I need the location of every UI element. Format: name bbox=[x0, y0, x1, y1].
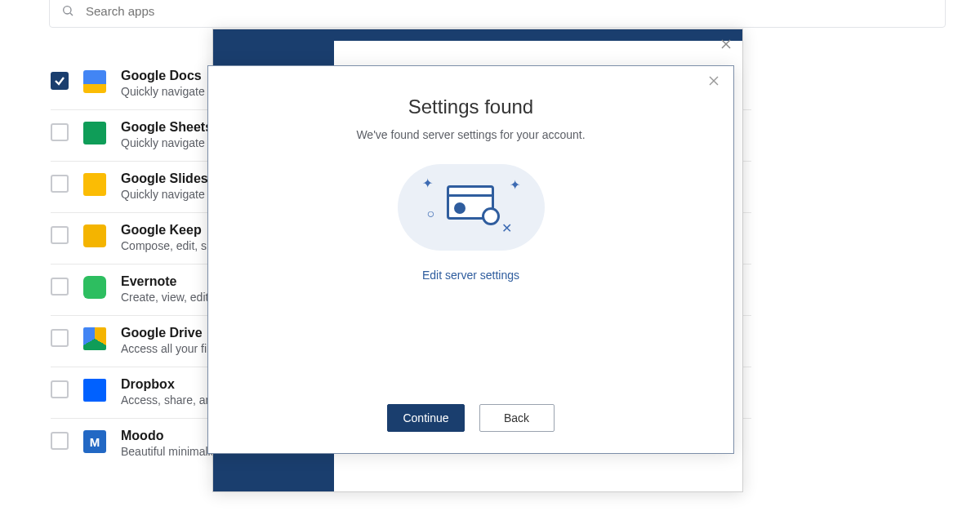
continue-button[interactable]: Continue bbox=[387, 404, 464, 432]
search-input[interactable] bbox=[86, 4, 933, 18]
svg-line-1 bbox=[70, 13, 73, 16]
sparkle-icon: ✦ bbox=[510, 177, 520, 193]
dialog-close-button[interactable] bbox=[709, 74, 724, 89]
dialog-subtext: We've found server settings for your acc… bbox=[356, 128, 585, 141]
app-checkbox[interactable] bbox=[51, 329, 69, 347]
back-button[interactable]: Back bbox=[479, 404, 555, 432]
app-icon bbox=[83, 379, 106, 402]
svg-point-0 bbox=[64, 7, 71, 14]
page-root: Google DocsQuickly navigate to yGoogle S… bbox=[0, 0, 980, 520]
edit-server-settings-link[interactable]: Edit server settings bbox=[422, 269, 519, 282]
settings-illustration: ✦ ✦ ✕ ○ bbox=[398, 161, 545, 251]
app-icon bbox=[83, 173, 106, 196]
app-icon bbox=[83, 70, 106, 93]
app-checkbox[interactable] bbox=[51, 380, 69, 398]
app-checkbox[interactable] bbox=[51, 278, 69, 296]
app-icon bbox=[83, 224, 106, 247]
sparkle-icon: ✕ bbox=[501, 220, 512, 236]
app-checkbox[interactable] bbox=[51, 72, 69, 90]
close-icon bbox=[709, 76, 719, 86]
back-panel-close-button[interactable] bbox=[718, 36, 734, 52]
dialog-button-row: Continue Back bbox=[208, 404, 733, 432]
app-icon bbox=[83, 327, 106, 350]
id-card-icon bbox=[447, 185, 494, 220]
dialog-title: Settings found bbox=[408, 96, 533, 118]
app-checkbox[interactable] bbox=[51, 123, 69, 141]
app-checkbox[interactable] bbox=[51, 175, 69, 193]
sparkle-icon: ○ bbox=[427, 207, 435, 221]
search-icon bbox=[61, 4, 74, 17]
app-icon bbox=[83, 122, 106, 144]
settings-found-dialog: Settings found We've found server settin… bbox=[207, 65, 734, 454]
app-icon bbox=[83, 276, 106, 299]
app-checkbox[interactable] bbox=[51, 226, 69, 244]
app-icon: M bbox=[83, 430, 106, 453]
search-bar[interactable] bbox=[49, 0, 946, 28]
check-icon bbox=[54, 75, 65, 87]
sparkle-icon: ✦ bbox=[422, 176, 433, 191]
app-checkbox[interactable] bbox=[51, 432, 69, 450]
close-icon bbox=[721, 39, 731, 49]
gear-icon bbox=[482, 207, 500, 225]
